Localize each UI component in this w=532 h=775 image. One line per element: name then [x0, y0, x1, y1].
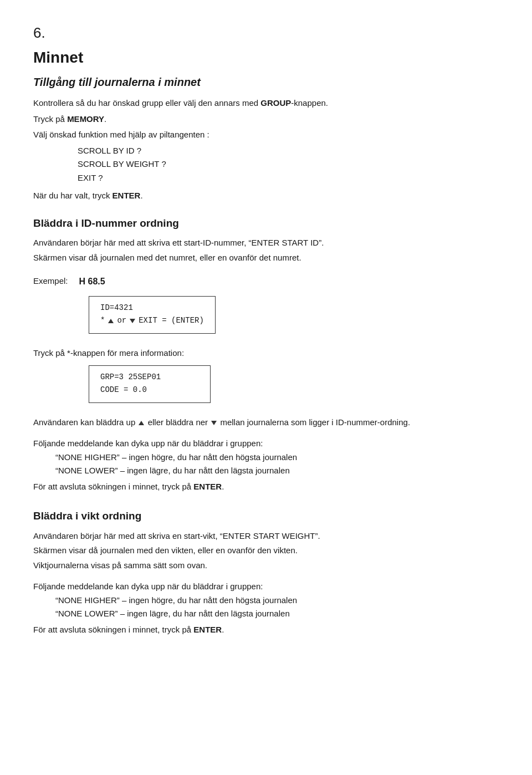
- intro-line4: När du har valt, tryck ENTER.: [33, 190, 499, 202]
- screen-box-1-wrapper: ID=4321 * or EXIT = (ENTER): [89, 296, 499, 339]
- intro-line2: Tryck på MEMORY.: [33, 113, 499, 126]
- example-label: Exempel: H 68.5: [33, 272, 111, 288]
- intro-line1: Kontrollera så du har önskad grupp eller…: [33, 97, 499, 110]
- memory-option-2: SCROLL BY WEIGHT ?: [78, 158, 499, 171]
- arrow-down-icon: [130, 319, 135, 323]
- screen1-line2: * or EXIT = (ENTER): [100, 315, 204, 327]
- section2-exit: För att avsluta sökningen i minnet, tryc…: [33, 624, 499, 636]
- section2-notice-msg1: “NONE HIGHER” – ingen högre, du har nått…: [55, 594, 499, 607]
- example-block: Exempel: H 68.5: [33, 272, 499, 288]
- section1-exit: För att avsluta sökningen i minnet, tryc…: [33, 481, 499, 493]
- press-star-text: Tryck på *-knappen för mera information:: [33, 347, 499, 360]
- screen-box-2-wrapper: GRP=3 25SEP01 CODE = 0.0: [89, 365, 499, 409]
- section2-desc1: Användaren börjar här med att skriva en …: [33, 530, 499, 543]
- section2-notice-msg2: “NONE LOWER” – ingen lägre, du har nått …: [55, 608, 499, 620]
- chapter-subtitle: Tillgång till journalerna i minnet: [33, 74, 499, 90]
- chapter-number: 6.: [33, 22, 499, 44]
- section1-desc2: Skärmen visar då journalen med det numre…: [33, 252, 499, 264]
- section1-desc3: Användaren kan bläddra up eller bläddra …: [33, 416, 499, 429]
- screen-box-1: ID=4321 * or EXIT = (ENTER): [89, 296, 216, 334]
- arrow-down-icon-2: [211, 421, 217, 425]
- section2-desc3: Viktjournalerna visas på samma sätt som …: [33, 559, 499, 572]
- intro-line3: Välj önskad funktion med hjälp av piltan…: [33, 129, 499, 141]
- section2-heading: Bläddra i vikt ordning: [33, 508, 499, 524]
- section1-notice-msg1: “NONE HIGHER” – ingen högre, du har nått…: [55, 451, 499, 464]
- section1-notice-msg2: “NONE LOWER” – ingen lägre, du har nått …: [55, 465, 499, 477]
- screen-box-2: GRP=3 25SEP01 CODE = 0.0: [89, 365, 211, 403]
- section1-desc1: Användaren börjar här med att skriva ett…: [33, 237, 499, 249]
- arrow-up-icon: [108, 319, 114, 323]
- memory-options-list: SCROLL BY ID ? SCROLL BY WEIGHT ? EXIT ?: [78, 145, 499, 185]
- section2-notices: Följande meddelande kan dyka upp när du …: [33, 580, 499, 636]
- arrow-up-icon-2: [139, 421, 144, 425]
- memory-option-1: SCROLL BY ID ?: [78, 145, 499, 157]
- section1-notices: Följande meddelande kan dyka upp när du …: [33, 437, 499, 493]
- section1-heading: Bläddra i ID-nummer ordning: [33, 216, 499, 232]
- section1-notices-intro: Följande meddelande kan dyka upp när du …: [33, 437, 499, 450]
- section2-desc2: Skärmen visar då journalen med den vikte…: [33, 544, 499, 557]
- memory-option-3: EXIT ?: [78, 172, 499, 185]
- chapter-title: Minnet: [33, 46, 499, 69]
- section2-notices-intro: Följande meddelande kan dyka upp när du …: [33, 580, 499, 593]
